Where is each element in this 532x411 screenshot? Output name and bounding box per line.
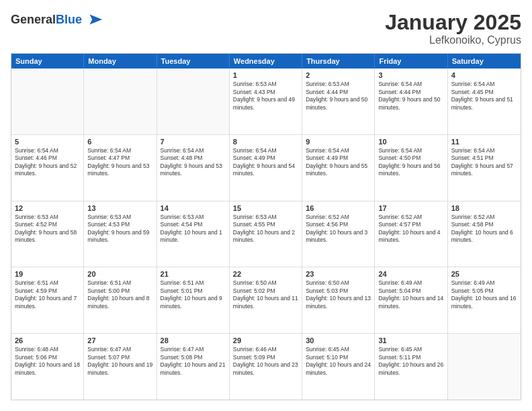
daylight-label: Daylight: 10 hours and 16 minutes. [451, 295, 517, 309]
calendar-cell [157, 68, 230, 134]
sunset-label: Sunset: 4:43 PM [233, 89, 275, 95]
sunrise-label: Sunrise: 6:53 AM [306, 81, 349, 87]
cell-day-number: 9 [306, 138, 371, 146]
title-block: January 2025 Lefkonoiko, Cyprus [385, 11, 521, 46]
daylight-label: Daylight: 10 hours and 11 minutes. [233, 295, 298, 309]
sunrise-label: Sunrise: 6:52 AM [451, 214, 495, 220]
sunrise-label: Sunrise: 6:47 AM [161, 346, 204, 353]
cell-day-number: 7 [161, 138, 226, 146]
cell-day-number: 5 [15, 138, 80, 146]
calendar-cell: 27Sunrise: 6:47 AMSunset: 5:07 PMDayligh… [84, 334, 157, 400]
daylight-label: Daylight: 10 hours and 6 minutes. [451, 229, 513, 243]
cell-day-number: 4 [451, 71, 517, 79]
sunset-label: Sunset: 4:44 PM [378, 89, 420, 95]
calendar-cell: 29Sunrise: 6:46 AMSunset: 5:09 PMDayligh… [230, 334, 302, 400]
daylight-label: Daylight: 10 hours and 24 minutes. [306, 361, 371, 375]
daylight-label: Daylight: 9 hours and 52 minutes. [15, 163, 77, 177]
cell-info: Sunrise: 6:52 AMSunset: 4:56 PMDaylight:… [306, 214, 371, 244]
cell-day-number: 31 [378, 336, 443, 345]
daylight-label: Daylight: 9 hours and 59 minutes. [87, 229, 149, 243]
calendar-cell: 22Sunrise: 6:50 AMSunset: 5:02 PMDayligh… [230, 267, 302, 333]
day-name-friday: Friday [375, 54, 447, 68]
calendar-cell: 6Sunrise: 6:54 AMSunset: 4:47 PMDaylight… [84, 135, 157, 201]
sunset-label: Sunset: 4:44 PM [306, 89, 348, 95]
cell-info: Sunrise: 6:54 AMSunset: 4:50 PMDaylight:… [378, 147, 443, 178]
cell-day-number: 8 [233, 138, 298, 146]
cell-day-number: 20 [87, 270, 152, 278]
sunrise-label: Sunrise: 6:52 AM [306, 214, 349, 220]
calendar-subtitle: Lefkonoiko, Cyprus [385, 34, 521, 46]
calendar-cell: 2Sunrise: 6:53 AMSunset: 4:44 PMDaylight… [302, 68, 375, 134]
calendar-cell: 5Sunrise: 6:54 AMSunset: 4:46 PMDaylight… [11, 135, 84, 201]
calendar-cell: 16Sunrise: 6:52 AMSunset: 4:56 PMDayligh… [302, 201, 375, 267]
sunrise-label: Sunrise: 6:51 AM [15, 279, 58, 286]
calendar-cell [11, 68, 84, 134]
calendar-cell: 21Sunrise: 6:51 AMSunset: 5:01 PMDayligh… [157, 267, 230, 333]
cell-info: Sunrise: 6:49 AMSunset: 5:05 PMDaylight:… [451, 279, 517, 310]
day-name-saturday: Saturday [448, 54, 521, 68]
sunrise-label: Sunrise: 6:48 AM [15, 346, 58, 353]
daylight-label: Daylight: 10 hours and 2 minutes. [233, 229, 295, 243]
cell-info: Sunrise: 6:53 AMSunset: 4:52 PMDaylight:… [15, 214, 80, 244]
calendar-cell: 3Sunrise: 6:54 AMSunset: 4:44 PMDaylight… [375, 68, 447, 134]
sunset-label: Sunset: 4:57 PM [378, 221, 420, 228]
sunrise-label: Sunrise: 6:46 AM [233, 346, 277, 353]
daylight-label: Daylight: 10 hours and 1 minute. [161, 229, 222, 243]
daylight-label: Daylight: 9 hours and 57 minutes. [451, 163, 513, 177]
sunset-label: Sunset: 4:58 PM [451, 221, 494, 228]
cell-info: Sunrise: 6:54 AMSunset: 4:44 PMDaylight:… [378, 81, 443, 111]
calendar-cell: 31Sunrise: 6:45 AMSunset: 5:11 PMDayligh… [375, 334, 447, 400]
cell-day-number: 6 [87, 138, 152, 146]
calendar-cell: 9Sunrise: 6:54 AMSunset: 4:49 PMDaylight… [302, 135, 375, 201]
day-name-thursday: Thursday [302, 54, 375, 68]
sunset-label: Sunset: 4:45 PM [451, 89, 494, 95]
calendar-title: January 2025 [385, 11, 521, 34]
logo-general: General [11, 13, 56, 26]
cell-day-number: 25 [451, 270, 517, 278]
calendar-cell [448, 334, 521, 400]
sunrise-label: Sunrise: 6:47 AM [87, 346, 131, 353]
cell-info: Sunrise: 6:51 AMSunset: 4:59 PMDaylight:… [15, 279, 80, 310]
cell-info: Sunrise: 6:46 AMSunset: 5:09 PMDaylight:… [233, 346, 298, 377]
calendar-cell [84, 68, 157, 134]
cell-day-number: 29 [233, 336, 298, 345]
sunset-label: Sunset: 4:55 PM [233, 221, 275, 228]
daylight-label: Daylight: 9 hours and 50 minutes. [306, 96, 367, 110]
daylight-label: Daylight: 10 hours and 8 minutes. [87, 295, 149, 309]
cell-info: Sunrise: 6:47 AMSunset: 5:08 PMDaylight:… [161, 346, 226, 377]
day-name-sunday: Sunday [11, 54, 84, 68]
calendar-cell: 17Sunrise: 6:52 AMSunset: 4:57 PMDayligh… [375, 201, 447, 267]
cell-day-number: 23 [306, 270, 371, 278]
calendar-cell: 25Sunrise: 6:49 AMSunset: 5:05 PMDayligh… [448, 267, 521, 333]
cell-info: Sunrise: 6:50 AMSunset: 5:03 PMDaylight:… [306, 279, 371, 310]
cell-day-number: 27 [87, 336, 152, 345]
daylight-label: Daylight: 9 hours and 55 minutes. [306, 163, 367, 177]
calendar-body: 1Sunrise: 6:53 AMSunset: 4:43 PMDaylight… [11, 68, 521, 400]
sunset-label: Sunset: 4:49 PM [306, 154, 348, 161]
svg-marker-0 [90, 15, 103, 25]
cell-day-number: 1 [233, 71, 298, 79]
page: GeneralBlue January 2025 Lefkonoiko, Cyp… [0, 0, 532, 411]
cell-info: Sunrise: 6:54 AMSunset: 4:47 PMDaylight:… [87, 147, 152, 178]
cell-info: Sunrise: 6:47 AMSunset: 5:07 PMDaylight:… [87, 346, 152, 377]
sunset-label: Sunset: 4:56 PM [306, 221, 348, 228]
sunrise-label: Sunrise: 6:54 AM [451, 81, 495, 87]
cell-day-number: 22 [233, 270, 298, 278]
sunrise-label: Sunrise: 6:51 AM [161, 279, 204, 286]
sunrise-label: Sunrise: 6:45 AM [378, 346, 422, 353]
sunset-label: Sunset: 4:48 PM [161, 154, 203, 161]
sunset-label: Sunset: 5:02 PM [233, 287, 275, 294]
sunset-label: Sunset: 4:46 PM [15, 154, 57, 161]
cell-day-number: 24 [378, 270, 443, 278]
sunrise-label: Sunrise: 6:51 AM [87, 279, 131, 286]
cell-day-number: 10 [378, 138, 443, 146]
cell-info: Sunrise: 6:54 AMSunset: 4:49 PMDaylight:… [306, 147, 371, 178]
sunrise-label: Sunrise: 6:53 AM [87, 214, 131, 220]
cell-info: Sunrise: 6:45 AMSunset: 5:10 PMDaylight:… [306, 346, 371, 377]
calendar-cell: 8Sunrise: 6:54 AMSunset: 4:49 PMDaylight… [230, 135, 302, 201]
calendar-row: 5Sunrise: 6:54 AMSunset: 4:46 PMDaylight… [11, 135, 521, 201]
cell-day-number: 12 [15, 204, 80, 212]
calendar-cell: 26Sunrise: 6:48 AMSunset: 5:06 PMDayligh… [11, 334, 84, 400]
cell-day-number: 30 [306, 336, 371, 345]
calendar-cell: 30Sunrise: 6:45 AMSunset: 5:10 PMDayligh… [302, 334, 375, 400]
